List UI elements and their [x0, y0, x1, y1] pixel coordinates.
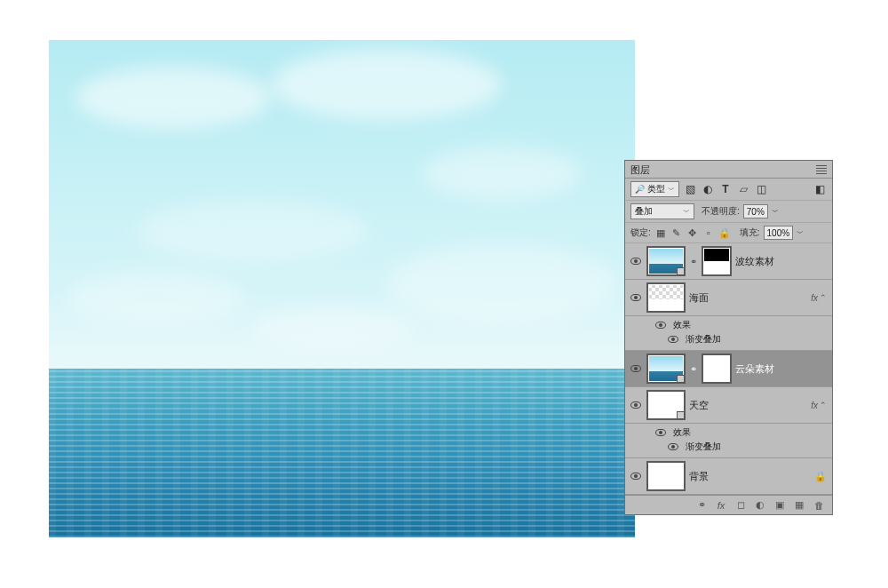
fill-label: 填充:	[740, 226, 760, 239]
layer-thumb[interactable]	[646, 461, 686, 491]
layer-thumb[interactable]	[646, 246, 686, 276]
lock-brush-icon[interactable]: ✎	[670, 227, 683, 239]
fill-input[interactable]: 100%	[764, 226, 794, 240]
layer-effects: 效果 渐变叠加	[625, 424, 832, 458]
footer-link-icon[interactable]: ⚭	[695, 499, 708, 511]
lock-icon: 🔒	[814, 471, 827, 482]
eye-icon	[630, 401, 641, 409]
layers-panel: 图层 🔎 类型 ﹀ ▧ ◐ T ▱ ◫ ◧ 叠加 ﹀ 不透明度: 70% ﹀ 锁…	[624, 160, 833, 515]
filter-kind-label: 类型	[647, 183, 665, 195]
eye-icon	[630, 258, 641, 265]
mask-link-icon[interactable]: ⚭	[689, 246, 698, 276]
opacity-value: 70%	[747, 207, 765, 217]
layer-name[interactable]: 天空	[689, 399, 807, 412]
eye-icon	[630, 294, 641, 301]
lock-artboard-icon[interactable]: ▫	[702, 227, 715, 238]
layer-row[interactable]: 天空 fx ⌃	[625, 387, 832, 424]
layer-thumb[interactable]	[646, 282, 686, 313]
footer-new-layer-icon[interactable]: ▦	[793, 499, 805, 511]
layer-mask-thumb[interactable]	[702, 246, 732, 276]
effect-visibility-toggle[interactable]	[666, 335, 680, 345]
filter-pixel-icon[interactable]: ▧	[683, 182, 697, 196]
panel-footer: ⚭ fx ◻ ◐ ▣ ▦ 🗑	[625, 495, 832, 514]
blend-row: 叠加 ﹀ 不透明度: 70% ﹀	[625, 201, 832, 223]
footer-adjustment-icon[interactable]: ◐	[754, 499, 766, 511]
filter-smart-icon[interactable]: ◫	[754, 182, 768, 196]
footer-delete-icon[interactable]: 🗑	[813, 500, 825, 511]
filter-type-icon[interactable]: T	[718, 182, 733, 196]
layer-row[interactable]: ⚭ 波纹素材	[625, 243, 832, 280]
lock-label: 锁定:	[630, 226, 651, 239]
eye-icon	[655, 429, 666, 436]
lock-pixels-icon[interactable]: ▦	[654, 227, 667, 239]
visibility-toggle[interactable]	[629, 256, 643, 266]
mask-link-icon[interactable]: ⚭	[689, 354, 698, 384]
effect-item[interactable]: 渐变叠加	[686, 441, 721, 453]
panel-header: 图层	[625, 161, 832, 179]
layer-row[interactable]: 背景 🔒	[625, 458, 832, 495]
filter-kind-select[interactable]: 🔎 类型 ﹀	[630, 181, 679, 197]
layer-effects: 效果 渐变叠加	[625, 316, 832, 351]
layer-mask-thumb[interactable]	[702, 354, 732, 384]
layer-name[interactable]: 海面	[689, 291, 807, 305]
footer-group-icon[interactable]: ▣	[773, 499, 786, 511]
clouds-layer	[49, 40, 635, 369]
layer-name[interactable]: 背景	[689, 470, 811, 483]
effect-visibility-toggle[interactable]	[666, 442, 680, 452]
layer-thumb[interactable]	[646, 354, 686, 384]
visibility-toggle[interactable]	[629, 471, 643, 481]
layer-fx-indicator[interactable]: fx ⌃	[811, 401, 827, 410]
panel-title[interactable]: 图层	[630, 162, 655, 177]
effect-visibility-toggle[interactable]	[654, 428, 668, 438]
layer-fx-indicator[interactable]: fx ⌃	[811, 293, 827, 303]
layer-row[interactable]: 海面 fx ⌃	[625, 280, 832, 316]
filter-toggle-icon[interactable]: ◧	[813, 182, 827, 196]
layer-name[interactable]: 云朵素材	[735, 362, 827, 376]
filter-row: 🔎 类型 ﹀ ▧ ◐ T ▱ ◫ ◧	[625, 179, 832, 201]
eye-icon	[668, 336, 678, 343]
opacity-label: 不透明度:	[702, 205, 740, 218]
layer-thumb[interactable]	[646, 390, 686, 420]
filter-shape-icon[interactable]: ▱	[736, 182, 750, 196]
effect-item[interactable]: 渐变叠加	[686, 333, 721, 346]
lock-position-icon[interactable]: ✥	[686, 227, 699, 239]
visibility-toggle[interactable]	[629, 363, 643, 374]
layers-list: ⚭ 波纹素材 海面 fx ⌃ 效果 渐变叠加 ⚭	[625, 243, 832, 495]
filter-adjust-icon[interactable]: ◐	[701, 182, 715, 196]
footer-fx-icon[interactable]: fx	[715, 500, 727, 511]
blend-mode-value: 叠加	[635, 205, 653, 218]
panel-menu-icon[interactable]	[816, 165, 827, 174]
fill-value: 100%	[767, 228, 790, 238]
visibility-toggle[interactable]	[629, 292, 643, 303]
opacity-input[interactable]: 70%	[743, 204, 768, 219]
effect-visibility-toggle[interactable]	[654, 321, 668, 330]
eye-icon	[630, 473, 641, 480]
layer-row[interactable]: ⚭ 云朵素材	[625, 351, 832, 387]
effects-label: 效果	[673, 426, 691, 439]
canvas-preview	[49, 40, 635, 537]
effects-label: 效果	[673, 319, 691, 331]
sea-layer	[49, 369, 635, 537]
visibility-toggle[interactable]	[629, 400, 643, 410]
layer-name[interactable]: 波纹素材	[735, 255, 827, 268]
lock-all-icon[interactable]: 🔒	[718, 227, 731, 239]
lock-row: 锁定: ▦ ✎ ✥ ▫ 🔒 填充: 100% ﹀	[625, 223, 832, 243]
eye-icon	[668, 443, 678, 450]
eye-icon	[630, 365, 641, 372]
eye-icon	[655, 322, 666, 329]
blend-mode-select[interactable]: 叠加 ﹀	[630, 203, 694, 219]
footer-mask-icon[interactable]: ◻	[734, 499, 747, 511]
